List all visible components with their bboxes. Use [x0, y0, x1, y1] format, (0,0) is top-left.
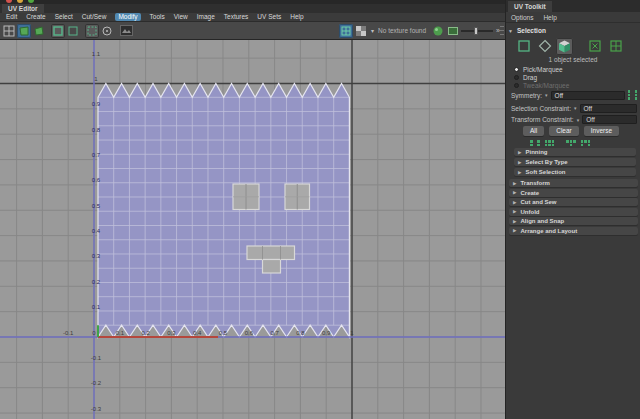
v-axis-tick-label: 0.4	[92, 228, 101, 234]
u-axis-tick-label: 0.5	[219, 330, 228, 336]
texture-borders-icon[interactable]	[66, 24, 80, 38]
chevron-down-icon[interactable]: ▾	[545, 92, 548, 98]
image-display-icon[interactable]	[119, 24, 133, 38]
radio-off-icon	[514, 83, 519, 88]
clear-selection-button[interactable]: Clear	[549, 126, 579, 136]
section-label: Create	[520, 190, 539, 196]
checkered-tiles-icon[interactable]	[85, 24, 99, 38]
texture-dropdown-caret-icon[interactable]: ▾	[371, 27, 374, 34]
convert-to-vertex-icon[interactable]	[545, 140, 555, 146]
menu-item-textures[interactable]: Textures	[224, 13, 249, 21]
polygon-borders-icon[interactable]	[51, 24, 65, 38]
chevron-right-icon: ▶	[513, 200, 516, 205]
section-unfold[interactable]: ▶ Unfold	[509, 208, 638, 216]
radio-label: Tweak/Marquee	[523, 82, 569, 89]
chevron-down-icon[interactable]: ▾	[577, 117, 580, 123]
selection-section-label: Selection	[517, 27, 546, 34]
uv-grid-layout-icon[interactable]	[2, 24, 16, 38]
section-arrange-and-layout[interactable]: ▶ Arrange and Layout	[509, 227, 638, 235]
radio-label: Pick/Marquee	[523, 66, 563, 73]
image-exposure-slider[interactable]	[461, 24, 493, 38]
section-pinning[interactable]: ▶ Pinning	[514, 148, 636, 156]
selection-constraint-field[interactable]: Off	[580, 104, 638, 113]
v-axis-tick-label: 1.1	[92, 51, 101, 57]
radio-off-icon	[514, 75, 519, 80]
uv-toolkit-tab[interactable]: UV Toolkit	[508, 1, 552, 12]
dim-image-icon[interactable]	[100, 24, 114, 38]
section-transform[interactable]: ▶ Transform	[509, 179, 638, 187]
menu-item-help[interactable]: Help	[290, 13, 303, 21]
uv-editor-tab[interactable]: UV Editor	[2, 4, 44, 13]
section-create[interactable]: ▶ Create	[509, 189, 638, 197]
selection-constraint-label: Selection Constraint:	[511, 105, 571, 112]
v-axis-tick-label: 0.6	[92, 177, 101, 183]
menu-item-cut-sew[interactable]: Cut/Sew	[82, 13, 107, 21]
radio-label: Drag	[523, 74, 537, 81]
shrink-selection-icon[interactable]	[586, 38, 603, 55]
checker-map-icon[interactable]	[354, 24, 368, 38]
maximize-window-icon[interactable]	[28, 0, 34, 3]
chevron-down-icon[interactable]: ▾	[574, 105, 577, 111]
chevron-right-icon: ▶	[513, 228, 516, 233]
symmetry-value-field[interactable]: Off	[551, 91, 625, 100]
symmetry-label: Symmetry:	[511, 92, 542, 99]
chevron-right-icon: ▶	[518, 170, 521, 175]
uv-editor-menu-bar: Edit Create Select Cut/Sew Modify Tools …	[0, 13, 505, 22]
radio-drag[interactable]: Drag	[514, 73, 537, 81]
section-cut-and-sew[interactable]: ▶ Cut and Sew	[509, 198, 638, 206]
panel-title-bar: UV Editor	[0, 4, 505, 13]
chevron-right-icon: ▶	[513, 219, 516, 224]
u-axis-tick-label: 0.8	[296, 330, 305, 336]
transform-constraint-field[interactable]: Off	[582, 115, 637, 124]
pixel-snap-icon[interactable]	[339, 24, 353, 38]
object-select-cube-icon[interactable]	[556, 38, 573, 55]
grow-selection-icon[interactable]	[607, 38, 624, 55]
shaded-sphere-icon[interactable]	[431, 24, 445, 38]
symmetry-grid-icon[interactable]	[628, 90, 638, 100]
symmetry-row: Symmetry: ▾ Off	[511, 90, 637, 100]
selection-buttons: All Clear Inverse	[523, 126, 619, 136]
section-soft-selection[interactable]: ▶ Soft Selection	[514, 168, 636, 176]
section-label: Select By Type	[525, 159, 567, 165]
section-label: Align and Snap	[520, 218, 564, 224]
section-align-and-snap[interactable]: ▶ Align and Snap	[509, 217, 638, 225]
u-axis-tick-label: -0.1	[63, 330, 74, 336]
marquee-select-icon[interactable]	[515, 38, 532, 55]
menu-item-modify[interactable]: Modify	[115, 13, 140, 21]
selection-section-header[interactable]: ▼ Selection	[508, 26, 638, 35]
pane-splitter-handle[interactable]	[500, 25, 504, 37]
v-axis-tick-label: 0.1	[92, 304, 101, 310]
menu-item-create[interactable]: Create	[26, 13, 46, 21]
close-window-icon[interactable]	[6, 0, 12, 3]
menu-item-view[interactable]: View	[174, 13, 188, 21]
menu-item-select[interactable]: Select	[55, 13, 73, 21]
convert-to-edge-icon[interactable]	[566, 140, 576, 146]
uv-canvas[interactable]: 1.110.90.80.70.60.50.40.30.20.1-0.1-0.2-…	[0, 40, 505, 419]
uv-distortion-icon[interactable]	[32, 24, 46, 38]
u-axis-tick-label: 0.4	[193, 330, 202, 336]
convert-to-uv-icon[interactable]	[530, 140, 540, 146]
u-axis-tick-label: 0.6	[245, 330, 254, 336]
u-axis-tick-label: 0.3	[167, 330, 176, 336]
v-axis-tick-label: 0.7	[92, 152, 101, 158]
menu-item-toolkit-help[interactable]: Help	[543, 14, 556, 21]
lasso-select-icon[interactable]	[536, 38, 553, 55]
radio-pick-marquee[interactable]: Pick/Marquee	[514, 65, 563, 73]
minimize-window-icon[interactable]	[17, 0, 23, 3]
shaded-uv-display-icon[interactable]	[17, 24, 31, 38]
image-range-icon[interactable]	[446, 24, 460, 38]
menu-item-edit[interactable]: Edit	[6, 13, 17, 21]
slider-handle[interactable]	[474, 27, 478, 35]
select-all-button[interactable]: All	[523, 126, 544, 136]
radio-tweak-marquee[interactable]: Tweak/Marquee	[514, 81, 569, 89]
menu-item-uv-sets[interactable]: UV Sets	[257, 13, 281, 21]
menu-item-image[interactable]: Image	[197, 13, 215, 21]
inverse-selection-button[interactable]: Inverse	[584, 126, 619, 136]
menu-item-options[interactable]: Options	[511, 14, 533, 21]
menu-item-tools[interactable]: Tools	[150, 13, 165, 21]
section-select-by-type[interactable]: ▶ Select By Type	[514, 158, 636, 166]
convert-to-face-icon[interactable]	[581, 140, 591, 146]
v-axis-tick-label: 0.8	[92, 127, 101, 133]
v-axis-tick-label: -0.1	[91, 355, 102, 361]
toolbar-overflow-icon[interactable]: »	[496, 27, 499, 34]
